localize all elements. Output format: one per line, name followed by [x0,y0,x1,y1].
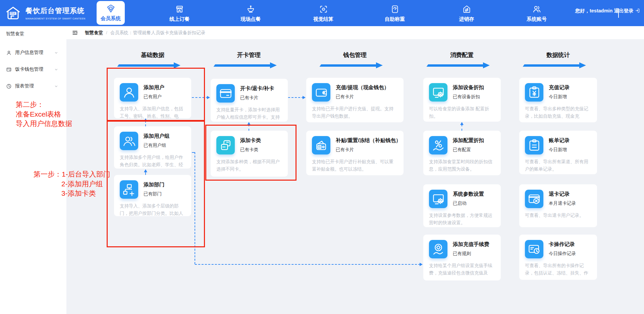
card-subtitle: 已有配置 [453,147,484,153]
chevron-down-icon[interactable] [54,84,58,88]
nav-label: 视觉结算 [313,16,333,22]
card-system-params[interactable]: 系统参数设置 已启动 支持设置参考数据，方便常规运营时的快速设置。 [423,184,501,227]
nav-label: 现场点餐 [240,16,261,22]
card-description: 支持给已开卡用户进行补贴充值、可以重置补贴金额。也可以冻结。 [312,158,398,173]
logout-link[interactable]: 退出登录 [614,8,634,13]
card-config-discount[interactable]: 添加配置折扣 已有配置 支持添加食堂某时间段的折扣信息，应用范围为设备。 [423,131,501,175]
column-title: 基础数据 [119,51,186,59]
red-highlight-box-card-type [205,125,297,181]
sidebar-menu: 用户信息管理 饭卡钱包管理 报表管理 [0,44,66,95]
card-subtitle: 已有卡片 [336,147,401,153]
card-icon [216,84,235,103]
wallet-icon [312,83,330,102]
card-subtitle: 已有卡片 [336,94,389,100]
collapse-sidebar-icon[interactable] [72,29,78,36]
card-subtitle: 已有设备折扣 [453,94,484,100]
walletsub-icon: 补 [312,136,330,154]
card-subsidy[interactable]: 补 补贴/重置/冻结（补贴钱包） 已有卡片 支持给已开卡用户进行补贴充值、可以重… [306,131,404,175]
app-subtitle: MANAGEMENT SYSTEM OF SMART CANTEEN [25,17,86,20]
coinhand-icon [429,240,447,258]
card-card-op-records[interactable]: 卡操作记录 今日操作记录 可查看、导出所有的卡操作记录，包括认证、冻结、挂失、作… [519,235,597,280]
chevron-down-icon[interactable] [54,67,58,72]
breadcrumb-current: 会员系统：管理就餐人员饭卡充值设备折扣记录 [110,30,206,36]
accounts-icon [532,5,541,14]
logout-icon[interactable] [635,8,640,13]
column-title: 开卡管理 [215,51,282,59]
card-title: 系统参数设置 [453,191,484,198]
card-subtitle: 今日操作记录 [549,251,576,257]
nav-label: 系统账号 [527,16,547,22]
card-title: 账单记录 [549,137,570,144]
card-title: 添加配置折扣 [453,137,484,144]
app-title: 餐饮后台管理系统 [25,6,86,15]
card-description: 支持给某个用户组设置充值手续费，充值途径包含微信充值及现... [429,262,495,277]
card-title: 添加充值手续费 [453,241,489,248]
card-subtitle: 已有规则 [453,251,489,257]
scan-icon [319,5,328,14]
sidebar-item-sreport[interactable]: 报表管理 [0,78,66,95]
card-recharge-withdraw[interactable]: 充值/提现（现金钱包） 已有卡片 支持给已开卡用户进行充值、提现。支持导出用户钱… [306,78,404,122]
top-header: 智慧食堂 餐饮后台管理系统 MANAGEMENT SYSTEM OF SMART… [0,0,644,26]
suser-icon [6,50,12,56]
sidebar-item-label: 用户信息管理 [15,50,43,56]
nav-item-store[interactable]: 线上订餐 [161,3,198,23]
sidebar-title: 智慧食堂 [6,31,24,37]
flow-arrowhead [460,122,464,125]
greeting-text: 您好，testadmin [575,8,612,13]
red-highlight-box-group-department [107,121,205,247]
nav-item-scan[interactable]: 视觉结算 [305,3,342,23]
flow-arrow [195,264,420,265]
card-device-discount[interactable]: 添加设备折扣 已有设备折扣 可以给食堂的设备添加 配置折扣。 [423,78,501,122]
annotation-step1-line3: 3-添加卡类 [61,188,96,198]
cardx-icon [525,190,543,208]
card-subtitle: 本月退卡记录 [549,200,576,206]
card-title: 补贴/重置/冻结（补贴钱包） [336,137,401,144]
annotation-step2-line3: 导入用户信息数据 [16,119,72,128]
card-description: 支持添加食堂某时间段的折扣信息，应用范围为设备。 [429,158,495,173]
cardclock-icon [525,240,543,258]
monitorgear-icon [429,190,447,208]
user-account-area[interactable]: 您好，testadmin 退出登录 [574,8,641,14]
nav-label: 会员系统 [101,15,121,22]
sidebar-item-suser[interactable]: 用户信息管理 [0,44,66,61]
card-title: 充值/提现（现金钱包） [336,84,389,91]
dish-icon [246,5,255,14]
card-title: 充值记录 [549,84,570,91]
red-highlight-box-add-user [107,68,205,121]
page: 智慧食堂 餐饮后台管理系统 MANAGEMENT SYSTEM OF SMART… [0,0,644,314]
card-description: 可以给食堂的设备添加 配置折扣。 [429,105,495,120]
percenthand-icon [429,136,447,154]
chevron-down-icon[interactable] [54,51,58,55]
card-open-card[interactable]: 开卡/退卡/补卡 已有卡片 支持批量开卡，添加卡时选择用户输入相应信息即可开卡。… [211,79,288,122]
annotation-step2-line2: 准备Excel表格 [16,109,61,119]
card-recharge-records[interactable]: 充值记录 今日新增 可查看、导出多种类型的充值记录，比如自助充值、现金充值、..… [519,78,597,122]
nav-label: 进销存 [459,16,474,22]
flow-arrowhead [207,96,210,99]
monitorgear-icon [429,83,447,102]
nav-item-accounts[interactable]: 系统账号 [518,3,555,23]
card-card-return-records[interactable]: 退卡记录 本月退卡记录 可查看、导出退卡用户记录。 [519,184,597,227]
card-subtitle: 今日新增 [549,94,570,100]
nav-label: 线上订餐 [169,16,190,22]
card-bill-records[interactable]: 账单记录 今日新增 可查看、导出所有渠道、所有用户的账单记录。 [519,131,597,174]
card-subtitle: 已启动 [453,200,484,206]
sreport-icon [6,83,12,89]
card-recharge-fee[interactable]: 添加充值手续费 已有规则 支持给某个用户组设置充值手续费，充值途径包含微信充值及… [423,235,501,280]
card-description: 可查看、导出所有渠道、所有用户的账单记录。 [525,158,591,173]
card-title: 退卡记录 [549,191,576,198]
card-description: 支持批量开卡，添加卡时选择用户输入相应信息即可开卡。支持挂... [216,106,282,122]
card-description: 可查看、导出多种类型的充值记录，比如自助充值、现金充值、... [525,105,591,121]
column-title: 钱包管理 [321,51,388,59]
nav-item-dish[interactable]: 现场点餐 [232,3,269,23]
cliplines-icon [525,136,543,154]
card-subtitle: 已有卡片 [240,95,274,101]
breadcrumb-root[interactable]: 智慧食堂 [85,30,103,36]
sidebar-item-scard[interactable]: 饭卡钱包管理 [0,61,66,78]
nav-item-inventory[interactable]: 进销存 [448,3,485,23]
flow-arrowhead [420,263,423,266]
nav-item-member[interactable]: 会员系统 [97,1,125,25]
card-title: 卡操作记录 [549,241,576,248]
svg-text:补: 补 [318,145,321,148]
nav-item-scale[interactable]: 自助称重 [376,3,413,23]
logo-badge-text: 智慧食堂 [8,12,18,15]
